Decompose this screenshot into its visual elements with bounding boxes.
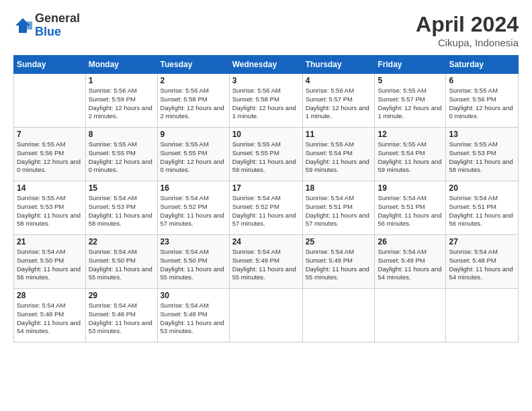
month-title: April 2024 <box>416 12 519 37</box>
sunset-text: Sunset: 5:52 PM <box>161 203 208 210</box>
daylight-text: Daylight: 11 hours and 54 minutes. <box>378 265 441 281</box>
table-row: 16Sunrise: 5:54 AMSunset: 5:52 PMDayligh… <box>157 181 229 235</box>
day-number: 16 <box>161 183 226 193</box>
day-number: 22 <box>89 237 154 246</box>
sunrise-text: Sunrise: 5:54 AM <box>232 194 281 201</box>
table-row: 24Sunrise: 5:54 AMSunset: 5:49 PMDayligh… <box>229 235 302 289</box>
sunrise-text: Sunrise: 5:54 AM <box>449 194 497 201</box>
table-row: 26Sunrise: 5:54 AMSunset: 5:49 PMDayligh… <box>375 235 446 289</box>
day-number: 20 <box>449 183 515 193</box>
table-row: 20Sunrise: 5:54 AMSunset: 5:51 PMDayligh… <box>446 181 519 235</box>
sunrise-text: Sunrise: 5:54 AM <box>89 248 137 255</box>
header-tuesday: Tuesday <box>157 56 229 74</box>
table-row: 10Sunrise: 5:55 AMSunset: 5:55 PMDayligh… <box>229 128 302 181</box>
sunrise-text: Sunrise: 5:54 AM <box>378 248 426 255</box>
table-row: 22Sunrise: 5:54 AMSunset: 5:50 PMDayligh… <box>85 235 157 289</box>
sunset-text: Sunset: 5:50 PM <box>89 257 136 264</box>
daylight-text: Daylight: 12 hours and 1 minute. <box>378 104 441 120</box>
day-info: Sunrise: 5:54 AMSunset: 5:49 PMDaylight:… <box>232 248 300 282</box>
sunset-text: Sunset: 5:50 PM <box>17 257 64 264</box>
day-number: 15 <box>89 183 154 193</box>
table-row: 25Sunrise: 5:54 AMSunset: 5:49 PMDayligh… <box>302 235 375 289</box>
day-number: 9 <box>161 130 226 139</box>
sunrise-text: Sunrise: 5:54 AM <box>89 302 137 309</box>
svg-marker-1 <box>27 21 32 30</box>
sunset-text: Sunset: 5:49 PM <box>306 257 353 264</box>
sunrise-text: Sunrise: 5:54 AM <box>89 194 137 201</box>
table-row: 18Sunrise: 5:54 AMSunset: 5:51 PMDayligh… <box>302 181 375 235</box>
daylight-text: Daylight: 11 hours and 57 minutes. <box>161 212 224 228</box>
logo: General Blue <box>13 12 80 39</box>
sunrise-text: Sunrise: 5:55 AM <box>306 140 354 148</box>
table-row: 13Sunrise: 5:55 AMSunset: 5:53 PMDayligh… <box>446 128 519 181</box>
logo-text: General Blue <box>35 12 80 39</box>
day-number: 25 <box>306 237 372 246</box>
sunrise-text: Sunrise: 5:55 AM <box>17 140 65 148</box>
day-info: Sunrise: 5:55 AMSunset: 5:56 PMDaylight:… <box>17 140 83 175</box>
title-area: April 2024 Cikupa, Indonesia <box>416 12 519 48</box>
sunrise-text: Sunrise: 5:55 AM <box>449 87 497 94</box>
sunrise-text: Sunrise: 5:56 AM <box>232 87 281 94</box>
daylight-text: Daylight: 11 hours and 55 minutes. <box>232 265 296 281</box>
header: General Blue April 2024 Cikupa, Indonesi… <box>13 12 519 48</box>
day-number: 2 <box>161 76 226 85</box>
table-row: 17Sunrise: 5:54 AMSunset: 5:52 PMDayligh… <box>229 181 302 235</box>
sunrise-text: Sunrise: 5:54 AM <box>232 248 281 255</box>
sunset-text: Sunset: 5:51 PM <box>449 203 496 210</box>
sunrise-text: Sunrise: 5:56 AM <box>306 87 354 94</box>
day-info: Sunrise: 5:54 AMSunset: 5:49 PMDaylight:… <box>378 248 443 282</box>
day-info: Sunrise: 5:54 AMSunset: 5:52 PMDaylight:… <box>161 194 226 228</box>
day-info: Sunrise: 5:56 AMSunset: 5:59 PMDaylight:… <box>89 87 154 121</box>
table-row <box>302 289 375 342</box>
day-info: Sunrise: 5:54 AMSunset: 5:51 PMDaylight:… <box>449 194 515 228</box>
day-info: Sunrise: 5:55 AMSunset: 5:54 PMDaylight:… <box>306 140 372 175</box>
daylight-text: Daylight: 11 hours and 57 minutes. <box>306 212 369 228</box>
day-info: Sunrise: 5:54 AMSunset: 5:48 PMDaylight:… <box>449 248 515 282</box>
sunset-text: Sunset: 5:56 PM <box>17 149 64 156</box>
calendar-table: Sunday Monday Tuesday Wednesday Thursday… <box>13 55 519 342</box>
day-info: Sunrise: 5:54 AMSunset: 5:51 PMDaylight:… <box>306 194 372 228</box>
day-info: Sunrise: 5:54 AMSunset: 5:49 PMDaylight:… <box>306 248 372 282</box>
daylight-text: Daylight: 11 hours and 56 minutes. <box>449 212 513 228</box>
table-row: 29Sunrise: 5:54 AMSunset: 5:48 PMDayligh… <box>85 289 157 342</box>
daylight-text: Daylight: 12 hours and 2 minutes. <box>89 104 152 120</box>
day-info: Sunrise: 5:54 AMSunset: 5:50 PMDaylight:… <box>89 248 154 282</box>
sunset-text: Sunset: 5:53 PM <box>17 203 64 210</box>
day-info: Sunrise: 5:55 AMSunset: 5:56 PMDaylight:… <box>449 87 515 121</box>
table-row: 28Sunrise: 5:54 AMSunset: 5:48 PMDayligh… <box>14 289 86 342</box>
sunset-text: Sunset: 5:51 PM <box>306 203 353 210</box>
table-row: 23Sunrise: 5:54 AMSunset: 5:50 PMDayligh… <box>157 235 229 289</box>
sunrise-text: Sunrise: 5:54 AM <box>161 302 209 309</box>
table-row: 9Sunrise: 5:55 AMSunset: 5:55 PMDaylight… <box>157 128 229 181</box>
day-number: 5 <box>378 76 443 85</box>
calendar-week-row: 21Sunrise: 5:54 AMSunset: 5:50 PMDayligh… <box>14 235 519 289</box>
table-row: 21Sunrise: 5:54 AMSunset: 5:50 PMDayligh… <box>14 235 86 289</box>
table-row <box>375 289 446 342</box>
sunset-text: Sunset: 5:52 PM <box>232 203 279 210</box>
daylight-text: Daylight: 11 hours and 58 minutes. <box>89 212 152 228</box>
table-row: 14Sunrise: 5:55 AMSunset: 5:53 PMDayligh… <box>14 181 86 235</box>
calendar-week-row: 1Sunrise: 5:56 AMSunset: 5:59 PMDaylight… <box>14 74 519 128</box>
daylight-text: Daylight: 11 hours and 58 minutes. <box>449 158 513 174</box>
sunrise-text: Sunrise: 5:54 AM <box>17 248 65 255</box>
daylight-text: Daylight: 11 hours and 57 minutes. <box>232 212 296 228</box>
sunrise-text: Sunrise: 5:55 AM <box>232 140 281 148</box>
day-info: Sunrise: 5:55 AMSunset: 5:53 PMDaylight:… <box>17 194 83 228</box>
header-wednesday: Wednesday <box>229 56 302 74</box>
sunset-text: Sunset: 5:53 PM <box>89 203 136 210</box>
table-row <box>14 74 86 128</box>
sunset-text: Sunset: 5:58 PM <box>161 95 208 103</box>
day-number: 17 <box>232 183 300 193</box>
header-thursday: Thursday <box>302 56 375 74</box>
day-number: 30 <box>161 291 226 300</box>
sunrise-text: Sunrise: 5:54 AM <box>17 302 65 309</box>
header-monday: Monday <box>85 56 157 74</box>
daylight-text: Daylight: 11 hours and 54 minutes. <box>17 319 81 335</box>
daylight-text: Daylight: 12 hours and 1 minute. <box>306 104 369 120</box>
calendar-week-row: 14Sunrise: 5:55 AMSunset: 5:53 PMDayligh… <box>14 181 519 235</box>
sunset-text: Sunset: 5:49 PM <box>232 257 279 264</box>
sunset-text: Sunset: 5:58 PM <box>232 95 279 103</box>
daylight-text: Daylight: 12 hours and 0 minutes. <box>89 158 152 174</box>
daylight-text: Daylight: 12 hours and 0 minutes. <box>17 158 81 174</box>
header-sunday: Sunday <box>14 56 86 74</box>
